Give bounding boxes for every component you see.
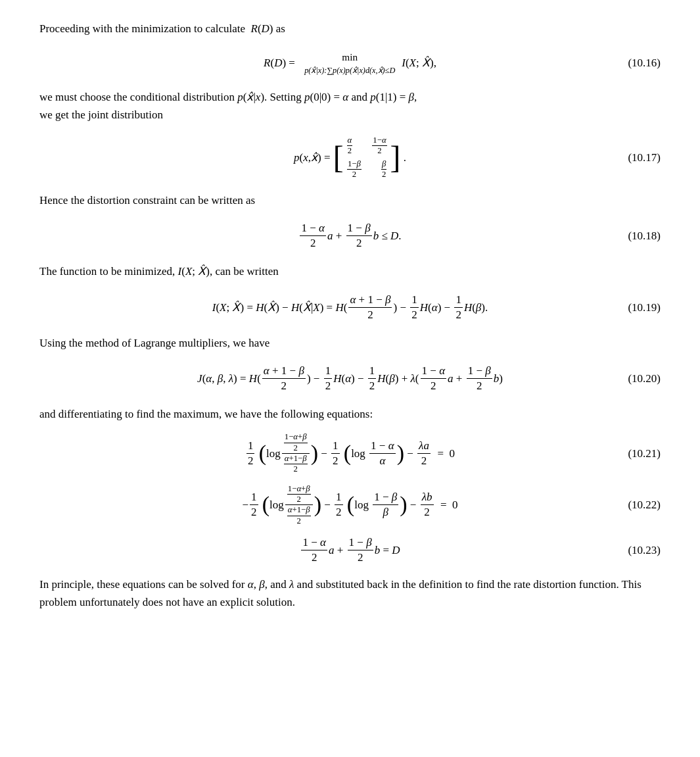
equation-1018: 1 − α 2 a + 1 − β 2 b ≤ D. (10.18) — [39, 221, 661, 251]
eq-number-1017: (10.17) — [628, 149, 661, 166]
equation-1023: 1 − α 2 a + 1 − β 2 b = D (10.23) — [39, 535, 661, 565]
intro-paragraph: Proceeding with the minimization to calc… — [39, 20, 661, 37]
text-distortion: Hence the distortion constraint can be w… — [39, 191, 661, 209]
eq-number-1023: (10.23) — [628, 541, 661, 559]
equation-1022: −12 ( log 1−α+β2 α+1−β2 ) − 12 ( log 1 −… — [39, 484, 661, 526]
text-para-conditional: we must choose the conditional distribut… — [39, 88, 661, 124]
equation-1021: 12 ( log 1−α+β2 α+1−β2 ) − 12 ( log 1 − … — [39, 432, 661, 474]
text-differentiating: and differentiating to find the maximum,… — [39, 405, 661, 423]
eq-number-1019: (10.19) — [628, 299, 661, 316]
equation-1016: R(D) = min p(x̂|x):∑p(x)p(x̂|x)d(x,x̂)≤D… — [39, 49, 661, 76]
eq-number-1020: (10.20) — [628, 370, 661, 387]
text-function: The function to be minimized, I(X; X̂), … — [39, 262, 661, 280]
text-lagrange: Using the method of Lagrange multipliers… — [39, 334, 661, 352]
equation-1020: J(α, β, λ) = H( α + 1 − β 2 ) − 12 H(α) … — [39, 364, 661, 393]
eq-number-1022: (10.22) — [628, 496, 661, 514]
text-conclusion: In principle, these equations can be sol… — [39, 575, 661, 611]
equation-1019: I(X; X̂) = H(X̂) − H(X̂|X) = H( α + 1 − … — [39, 293, 661, 322]
eq-number-1018: (10.18) — [628, 227, 661, 245]
page-content: Proceeding with the minimization to calc… — [39, 20, 661, 611]
eq-number-1021: (10.21) — [628, 445, 661, 462]
equation-1017: p(x, x̂) = [ α2 1−α2 1−β2 β2 — [39, 135, 661, 180]
eq-number-1016: (10.16) — [628, 54, 661, 72]
